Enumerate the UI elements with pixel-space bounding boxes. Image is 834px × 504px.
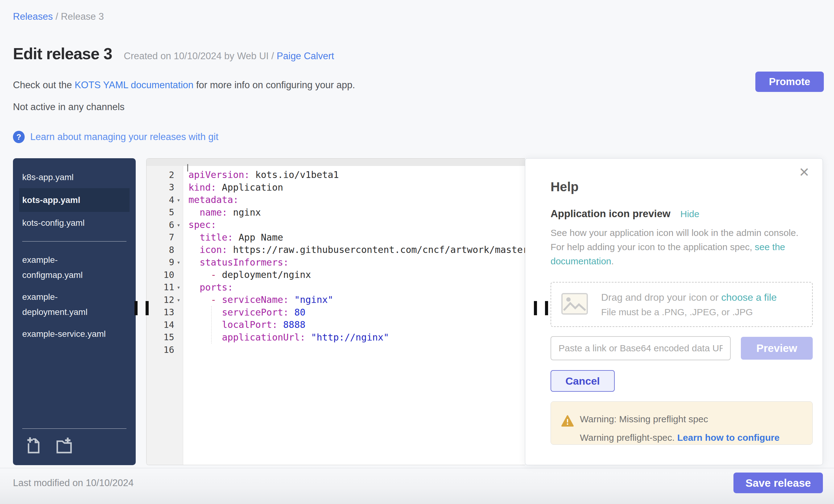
fold-arrow-icon[interactable]: ▾ — [174, 284, 183, 290]
file-tree-item[interactable]: example-configmap.yaml — [13, 249, 136, 286]
file-tree-items: k8s-app.yamlkots-app.yamlkots-config.yam… — [13, 166, 136, 345]
icon-preview-title: Application icon preview — [551, 208, 671, 220]
code-line[interactable]: 9▾ statusInformers: — [147, 256, 525, 269]
created-info: Created on 10/10/2024 by Web UI / Paige … — [124, 50, 334, 62]
sidebar-resize-handle[interactable] — [134, 301, 149, 315]
close-icon[interactable]: ✕ — [799, 166, 810, 179]
code-line[interactable]: 12▾ - serviceName: "nginx" — [147, 294, 525, 306]
fold-arrow-icon[interactable]: ▾ — [174, 196, 183, 203]
preview-button[interactable]: Preview — [741, 337, 813, 360]
learn-configure-link[interactable]: Learn how to configure — [677, 433, 780, 443]
line-number: 2▾ — [147, 170, 183, 180]
kots-yaml-docs-link[interactable]: KOTS YAML documentation — [75, 80, 193, 90]
new-folder-icon[interactable] — [54, 436, 74, 456]
cancel-button[interactable]: Cancel — [551, 370, 615, 392]
text-cursor — [187, 164, 188, 172]
icon-preview-description: See how your application icon will look … — [551, 226, 806, 268]
created-text: Created on 10/10/2024 by Web UI / — [124, 50, 274, 61]
file-tree-item[interactable]: example-service.yaml — [13, 323, 136, 345]
file-tree-divider — [22, 241, 127, 242]
code-line[interactable]: 3▾kind: Application — [147, 181, 525, 194]
file-tree-item[interactable]: example-deployment.yaml — [13, 286, 136, 323]
warning-detail: Warning preflight-spec. Learn how to con… — [580, 433, 812, 443]
code-line[interactable]: 14▾ localPort: 8888 — [147, 319, 525, 331]
warning-triangle-icon — [561, 415, 574, 429]
docs-suffix: for more info on configuring your app. — [193, 80, 355, 90]
channel-status: Not active in any channels — [13, 102, 125, 113]
code-line[interactable]: 13▾ servicePort: 80 — [147, 306, 525, 319]
file-tree: k8s-app.yamlkots-app.yamlkots-config.yam… — [13, 158, 136, 465]
code-line[interactable]: 4▾metadata: — [147, 194, 525, 206]
file-tree-item[interactable]: k8s-app.yaml — [13, 166, 136, 188]
code-line[interactable]: 2▾apiVersion: kots.io/v1beta1 — [147, 169, 525, 181]
dropzone-text: Drag and drop your icon or choose a file — [601, 292, 777, 303]
line-number: 13▾ — [147, 307, 183, 317]
line-number: 5▾ — [147, 207, 183, 217]
icon-url-input[interactable] — [551, 336, 731, 360]
breadcrumb-current: Release 3 — [61, 11, 104, 22]
breadcrumb-releases-link[interactable]: Releases — [13, 11, 53, 22]
save-release-button[interactable]: Save release — [733, 473, 823, 493]
editor-top-strip — [147, 158, 525, 166]
file-tree-item[interactable]: kots-config.yaml — [13, 212, 136, 234]
git-help-row: ? Learn about managing your releases wit… — [13, 131, 218, 143]
line-number: 4▾ — [147, 195, 183, 205]
line-number: 8▾ — [147, 245, 183, 255]
docs-line: Check out the KOTS YAML documentation fo… — [13, 80, 355, 91]
warning-banner: Warning: Missing preflight spec Warning … — [551, 401, 813, 445]
code-line[interactable]: 16▾ — [147, 344, 525, 356]
code-line[interactable]: 15▾ applicationUrl: "http://nginx" — [147, 331, 525, 344]
line-number: 6▾ — [147, 220, 183, 230]
code-line[interactable]: 11▾ ports: — [147, 281, 525, 294]
question-mark-icon: ? — [13, 131, 25, 143]
line-number: 11▾ — [147, 282, 183, 292]
code-line[interactable]: 5▾ name: nginx — [147, 206, 525, 219]
line-number: 16▾ — [147, 345, 183, 355]
code-line[interactable]: 10▾ - deployment/nginx — [147, 269, 525, 281]
icon-dropzone[interactable]: Drag and drop your icon or choose a file… — [551, 282, 813, 327]
code-line[interactable]: 7▾ title: App Name — [147, 231, 525, 244]
breadcrumb-separator: / — [56, 11, 61, 22]
line-number: 10▾ — [147, 269, 183, 280]
line-number: 15▾ — [147, 332, 183, 342]
choose-file-link[interactable]: choose a file — [721, 292, 777, 303]
image-placeholder-icon — [561, 293, 588, 316]
yaml-editor[interactable]: 1▾---2▾apiVersion: kots.io/v1beta13▾kind… — [146, 158, 525, 465]
warning-title: Warning: Missing preflight spec — [580, 414, 812, 424]
breadcrumb: Releases / Release 3 — [13, 11, 104, 22]
file-type-rule: File must be a .PNG, .JPEG, or .JPG — [601, 307, 777, 317]
line-number: 12▾ — [147, 294, 183, 305]
fold-arrow-icon[interactable]: ▾ — [174, 221, 183, 228]
editor-resize-handle[interactable] — [534, 301, 548, 315]
fold-arrow-icon[interactable]: ▾ — [174, 259, 183, 266]
page-title: Edit release 3 — [13, 45, 112, 63]
hide-link[interactable]: Hide — [680, 209, 700, 219]
promote-button[interactable]: Promote — [755, 71, 824, 92]
new-file-icon[interactable] — [24, 436, 43, 456]
git-help-link[interactable]: Learn about managing your releases with … — [30, 131, 218, 143]
author-link[interactable]: Paige Calvert — [277, 50, 334, 61]
code-line[interactable]: 8▾ icon: https://raw.githubusercontent.c… — [147, 244, 525, 256]
last-modified-text: Last modified on 10/10/2024 — [13, 478, 134, 488]
docs-prefix: Check out the — [13, 80, 75, 90]
footer-bar: Last modified on 10/10/2024 Save release — [0, 468, 834, 504]
file-tree-item[interactable]: kots-app.yaml — [19, 188, 130, 212]
code-line[interactable]: 6▾spec: — [147, 219, 525, 231]
code-area[interactable]: 1▾---2▾apiVersion: kots.io/v1beta13▾kind… — [147, 158, 525, 356]
fold-arrow-icon[interactable]: ▾ — [174, 297, 183, 303]
line-number: 3▾ — [147, 182, 183, 193]
description-suffix: . — [611, 256, 614, 266]
line-number: 14▾ — [147, 320, 183, 330]
help-title: Help — [551, 179, 578, 194]
line-number: 7▾ — [147, 232, 183, 242]
file-tree-actions — [22, 429, 127, 465]
indent-guide — [211, 306, 212, 344]
line-number: 9▾ — [147, 257, 183, 267]
help-panel: ✕ Help Application icon preview Hide See… — [525, 158, 823, 465]
